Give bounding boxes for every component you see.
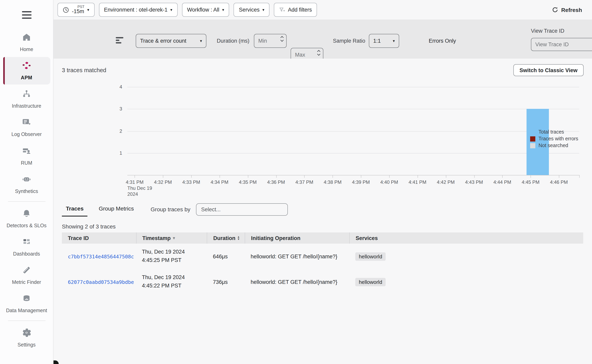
clock-icon <box>63 6 69 13</box>
sidebar-item-label: Log Observer <box>11 131 41 138</box>
sidebar-item-label: Home <box>20 46 33 53</box>
apm-icon <box>21 61 32 72</box>
sidebar-item-home[interactable]: Home <box>3 29 50 56</box>
column-header-label: Trace ID <box>68 235 89 241</box>
sidebar-item-detectors-slos[interactable]: Detectors & SLOs <box>3 205 50 232</box>
add-filters-button[interactable]: Add filters <box>274 3 317 17</box>
workflow-filter[interactable]: Workflow : All ▾ <box>182 3 229 17</box>
metric-type-value: Trace & error count <box>140 38 186 44</box>
stepper-up-icon[interactable] <box>317 50 321 52</box>
group-traces-by-label: Group traces by <box>151 206 190 213</box>
rum-icon <box>21 146 32 157</box>
x-axis-tick <box>304 175 305 178</box>
sidebar-item-metric-finder[interactable]: Metric Finder <box>3 261 50 289</box>
chevron-down-icon: ▾ <box>87 8 89 12</box>
trace-id-link[interactable]: 62077c0aabd07534a9bdbe <box>68 279 136 285</box>
column-header-label: Timestamp <box>142 235 171 241</box>
stepper-down-icon[interactable] <box>280 39 284 42</box>
timestamp-date: Thu, Dec 19 2024 <box>142 248 207 256</box>
traces-table: Trace IDTimestamp▿Duration▴▾Initiating O… <box>62 232 583 295</box>
filter-lines-icon[interactable] <box>116 37 124 46</box>
column-header-label: Initiating Operation <box>251 235 301 241</box>
x-axis-tick <box>417 175 418 178</box>
x-axis-tick-label: 4:32 PM <box>154 179 172 185</box>
trace-id-link[interactable]: c7bbf57314e4856447508c <box>68 253 136 259</box>
time-range-value: -15m <box>72 9 84 14</box>
trace-count-chart: 12344:31 PM4:32 PM4:33 PM4:34 PM4:35 PM4… <box>54 58 592 202</box>
legend-label: Not searched <box>538 143 568 148</box>
tab-group-metrics[interactable]: Group Metrics <box>95 202 138 216</box>
refresh-label: Refresh <box>561 6 582 13</box>
duration-cell: 646μs <box>207 253 245 259</box>
y-axis-tick-label: 2 <box>110 128 122 134</box>
settings-icon <box>21 328 32 339</box>
legend-label: Traces with errors <box>538 136 578 142</box>
column-header-duration[interactable]: Duration▴▾ <box>207 232 245 244</box>
metric-finder-icon <box>21 265 32 277</box>
legend-item-total-traces[interactable]: Total traces <box>530 129 578 135</box>
sidebar: HomeAPMInfrastructureLog ObserverRUMSynt… <box>0 0 54 364</box>
sidebar-item-dashboards[interactable]: Dashboards <box>3 233 50 261</box>
errors-only-label: Errors Only <box>429 34 456 48</box>
legend-swatch <box>530 136 535 141</box>
column-header-trace-id: Trace ID <box>62 232 136 244</box>
workflow-filter-label: Workflow : All <box>187 7 219 13</box>
sidebar-item-label: Detectors & SLOs <box>7 222 47 229</box>
x-axis-tick <box>531 175 531 178</box>
service-badge[interactable]: helloworld <box>355 278 386 286</box>
x-axis-tick <box>361 175 361 178</box>
legend-item-not-searched[interactable]: Not searched <box>530 143 578 148</box>
app-root: HomeAPMInfrastructureLog ObserverRUMSynt… <box>0 0 592 364</box>
sidebar-nav: HomeAPMInfrastructureLog ObserverRUMSynt… <box>0 23 53 352</box>
stepper-down-icon[interactable] <box>317 53 321 56</box>
service-badge[interactable]: helloworld <box>355 252 386 260</box>
x-axis-tick <box>333 175 333 178</box>
x-axis-tick <box>191 175 192 178</box>
sidebar-divider <box>8 321 45 321</box>
menu-toggle-icon[interactable] <box>22 11 31 19</box>
sidebar-item-settings[interactable]: Settings <box>3 324 50 352</box>
column-header-label: Duration <box>213 235 235 241</box>
group-traces-by-select[interactable]: Select... <box>196 203 288 215</box>
sort-both-icon: ▴▾ <box>238 236 239 240</box>
timestamp-cell: Thu, Dec 19 20244:45:22 PM PST <box>136 273 207 290</box>
column-header-timestamp[interactable]: Timestamp▿ <box>136 232 207 244</box>
infrastructure-icon <box>21 89 32 101</box>
tab-traces[interactable]: Traces <box>62 202 88 216</box>
initiating-operation-cell: helloworld: GET GET /hello/{name?} <box>245 253 349 259</box>
column-header-services: Services <box>349 232 583 244</box>
view-trace-id-input[interactable] <box>535 41 592 47</box>
services-cell: helloworld <box>349 252 583 260</box>
home-icon <box>21 32 32 44</box>
sidebar-item-data-management[interactable]: Data Management <box>3 290 50 317</box>
sidebar-item-log-observer[interactable]: Log Observer <box>3 114 50 141</box>
time-range-picker[interactable]: PST -15m ▾ <box>57 3 94 17</box>
sidebar-item-rum[interactable]: RUM <box>3 142 50 170</box>
sidebar-item-infrastructure[interactable]: Infrastructure <box>3 85 50 113</box>
environment-filter[interactable]: Environment : otel-derek-1 ▾ <box>99 3 177 17</box>
column-header-initiating-operation: Initiating Operation <box>245 232 349 244</box>
synthetics-icon <box>21 174 32 186</box>
screen-corner-decoration <box>54 360 59 364</box>
services-filter[interactable]: Services ▾ <box>234 3 270 17</box>
x-axis-tick <box>389 175 390 178</box>
funnel-plus-icon <box>279 7 285 13</box>
sample-ratio-select[interactable]: 1:1 ▾ <box>369 34 399 48</box>
x-axis-tick-label: 4:31 PM <box>126 179 143 185</box>
sidebar-item-synthetics[interactable]: Synthetics <box>3 170 50 198</box>
legend-swatch <box>530 143 535 148</box>
refresh-button[interactable]: Refresh <box>552 6 582 13</box>
x-axis-tick <box>135 175 135 178</box>
duration-cell: 736μs <box>207 279 245 285</box>
refresh-icon <box>552 7 558 13</box>
metric-type-select[interactable]: Trace & error count ▾ <box>136 34 206 48</box>
sidebar-item-apm[interactable]: APM <box>3 57 50 84</box>
table-row: 62077c0aabd07534a9bdbeThu, Dec 19 20244:… <box>62 269 583 295</box>
stepper-up-icon[interactable] <box>280 36 284 38</box>
table-header-row: Trace IDTimestamp▿Duration▴▾Initiating O… <box>62 232 583 244</box>
tabs-row: Traces Group Metrics Group traces by Sel… <box>62 202 288 216</box>
data-management-icon <box>21 293 32 305</box>
chevron-down-icon: ▾ <box>222 8 224 12</box>
legend-item-traces-with-errors[interactable]: Traces with errors <box>530 136 578 142</box>
chart-x-axis-line <box>127 175 579 176</box>
